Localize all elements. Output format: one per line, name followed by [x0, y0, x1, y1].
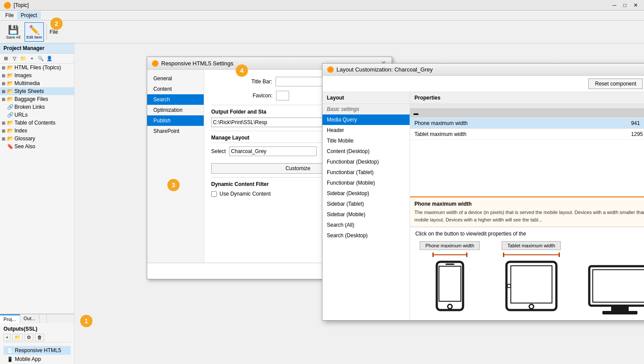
edit-item-label: Edit Item [26, 35, 42, 39]
pm-search-btn[interactable]: 🔍 [37, 54, 45, 62]
window-controls[interactable]: ─ □ ✕ [610, 2, 640, 8]
props-row-tablet-width[interactable]: Tablet maximum width 1295 [410, 129, 644, 140]
output-add-btn[interactable]: + [4, 334, 11, 341]
layout-list-item-content-desktop[interactable]: Content (Desktop) [322, 146, 410, 157]
pm-new-btn[interactable]: + [28, 54, 36, 62]
tree-item-urls[interactable]: 🔗 URLs [0, 111, 74, 119]
output-item-mobile-app[interactable]: 📱 Mobile App [4, 355, 71, 364]
layout-list-item-functionbar-desktop[interactable]: Functionbar (Desktop) [322, 157, 410, 167]
tree-item-broken-links[interactable]: 🔗 Broken Links [0, 103, 74, 111]
menu-file[interactable]: File [2, 11, 17, 19]
svg-rect-9 [593, 270, 644, 302]
tablet-device-group: Tablet maximum width [502, 241, 561, 312]
props-phone-value: 941 [627, 118, 644, 129]
phone-device-group: Phone maximum width [420, 241, 480, 312]
nav-publish[interactable]: Publish [147, 115, 204, 126]
output-list: 📄 Responsive HTML5 📱 Mobile App 🖥 Multis… [4, 344, 71, 364]
tab-project[interactable]: Proj... [0, 314, 20, 323]
project-manager-tree: ⊞ 📂 HTML Files (Topics) ⊞ 📂 Images ⊞ 📂 M… [0, 64, 74, 314]
main-content: 🟠 Responsive HTML5 Settings ✕ General Co… [74, 43, 644, 364]
phone-width-button[interactable]: Phone maximum width [420, 241, 480, 250]
props-row-phone-width[interactable]: Phone maximum width 941 [410, 118, 644, 129]
layout-list-item-sidebar-tablet[interactable]: Sidebar (Tablet) [322, 199, 410, 209]
tree-item-baggage[interactable]: ⊞ 📂 Baggage Files [0, 95, 74, 103]
nav-content[interactable]: Content [147, 84, 204, 94]
menu-bar: File Project [0, 11, 644, 21]
tree-item-urls-label: URLs [14, 112, 28, 118]
nav-general[interactable]: General [147, 73, 204, 84]
layout-list-item-search-all[interactable]: Search (All) [322, 220, 410, 230]
title-bar-label: Title Bar: [211, 79, 272, 85]
customize-title-text: Layout Customization: Charcoal_Grey [336, 66, 433, 73]
svg-rect-3 [446, 264, 454, 265]
edit-icon: ✏️ [29, 25, 40, 35]
step-badge-3: 3 [167, 179, 180, 191]
tablet-bracket [503, 253, 560, 257]
tree-item-multimedia[interactable]: ⊞ 📂 Multimedia [0, 79, 74, 87]
edit-item-button[interactable]: ✏️ Edit Item [25, 22, 44, 42]
broken-links-icon: 🔗 [7, 104, 14, 110]
settings-dialog-nav: General Content Search Optimization Publ… [147, 70, 204, 263]
pm-folder-btn[interactable]: 📁 [19, 54, 27, 62]
tablet-bracket-line [504, 254, 559, 255]
layout-list-item-search-desktop[interactable]: Search (Desktop) [322, 230, 410, 240]
nav-search[interactable]: Search [147, 94, 204, 105]
layout-list-item-header[interactable]: Header [322, 125, 410, 136]
nav-optimization[interactable]: Optimization [147, 105, 204, 115]
layout-list-item-sidebar-desktop[interactable]: Sidebar (Desktop) [322, 188, 410, 199]
save-icon: 💾 [8, 25, 19, 35]
layout-list-item-functionbar-mobile[interactable]: Functionbar (Mobile) [322, 178, 410, 188]
maximize-btn[interactable]: □ [621, 2, 629, 8]
layout-list-item-media-query[interactable]: Media Query [322, 114, 410, 125]
outputs-header: Outputs(SSL) [4, 325, 71, 333]
step-badge-4: 4 [236, 64, 248, 77]
customize-right-panel: Properties [410, 92, 644, 320]
settings-dialog-icon: 🟠 [152, 60, 159, 67]
property-description-box: Phone maximum width The maximum width of… [410, 196, 644, 227]
select-label: Select [211, 148, 226, 154]
layout-list: Basic settings Media Query Header Title … [322, 104, 410, 240]
tree-item-images[interactable]: ⊞ 📂 Images [0, 71, 74, 79]
props-group-collapse-icon[interactable]: ▬ [410, 109, 644, 118]
outputs-panel: Outputs(SSL) + 📁 ⚙ 🗑 📄 Responsive HTML5 [0, 323, 74, 364]
tablet-illustration [503, 260, 560, 312]
layout-select[interactable] [229, 146, 317, 156]
properties-content: ▬ Phone maximum width 941 Tablet maximum… [410, 104, 644, 196]
tab-extra[interactable] [39, 314, 47, 323]
tablet-width-button[interactable]: Tablet maximum width [502, 241, 561, 250]
tree-item-html-files[interactable]: ⊞ 📂 HTML Files (Topics) [0, 64, 74, 71]
prop-desc-text: The maximum width of a device (in pixels… [414, 209, 644, 223]
svg-rect-10 [611, 307, 629, 311]
layout-list-item-basic-settings[interactable]: Basic settings [322, 104, 410, 114]
settings-dialog-title: 🟠 Responsive HTML5 Settings [152, 60, 234, 67]
tree-item-stylesheets-label: Style Sheets [14, 88, 44, 94]
main-layout: Project Manager ⊞ ▽ 📁 + 🔍 👤 ⊞ 📂 HTML Fil… [0, 43, 644, 364]
output-settings-btn[interactable]: ⚙ [25, 334, 33, 341]
tree-item-stylesheets[interactable]: ⊞ 📂 Style Sheets [0, 87, 74, 95]
see-also-icon: 🔖 [7, 143, 14, 150]
pm-filter-btn[interactable]: ▽ [11, 54, 18, 62]
tab-output[interactable]: Out... [20, 314, 39, 323]
output-folder-btn[interactable]: 📁 [12, 334, 23, 341]
close-btn[interactable]: ✕ [631, 2, 640, 8]
tree-item-see-also[interactable]: 🔖 See Also [0, 143, 74, 150]
nav-sharepoint[interactable]: SharePoint [147, 126, 204, 136]
output-delete-btn[interactable]: 🗑 [35, 334, 44, 341]
output-item-responsive-html5[interactable]: 📄 Responsive HTML5 [4, 346, 71, 355]
index-icon: 📂 [7, 128, 14, 134]
tree-item-index[interactable]: ⊞ 📂 Index [0, 127, 74, 135]
layout-list-item-functionbar-tablet[interactable]: Functionbar (Tablet) [322, 167, 410, 178]
reset-component-button[interactable]: Reset component [588, 79, 643, 89]
pm-expand-btn[interactable]: ⊞ [2, 54, 10, 62]
pm-user-btn[interactable]: 👤 [46, 54, 53, 62]
menu-project[interactable]: Project [17, 11, 40, 19]
tree-item-toc[interactable]: ⊞ 📂 Table of Contents [0, 119, 74, 127]
props-tablet-name: Tablet maximum width [410, 129, 627, 140]
save-all-button[interactable]: 💾 Save All [4, 22, 23, 42]
use-dynamic-content-checkbox[interactable] [211, 191, 217, 197]
minimize-btn[interactable]: ─ [610, 2, 619, 8]
layout-panel-header: Layout [322, 92, 410, 104]
tree-item-glossary[interactable]: ⊞ 📂 Glossary [0, 135, 74, 143]
layout-list-item-sidebar-mobile[interactable]: Sidebar (Mobile) [322, 209, 410, 220]
layout-list-item-title-mobile[interactable]: Title Mobile [322, 136, 410, 146]
